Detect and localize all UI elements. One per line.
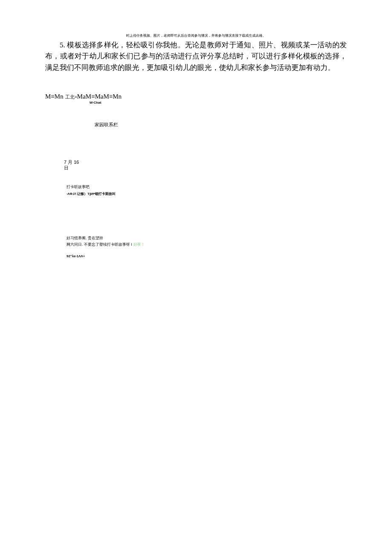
main-paragraph: 5. 模板选择多样化，轻松吸引你我他。无论是教师对于通知、照片、视频或某一活动的… <box>0 40 392 73</box>
header-small-text: 时上传任务视频、图片，老师即可从后台查阅参与情况，并将参与情况直接下载或生成表格… <box>0 0 392 40</box>
date-block: 7 月 16 日 <box>0 160 392 171</box>
habit-line-2-text: 网六冋日. 不要忘了壁续打卡听故事呀 I <box>66 242 133 247</box>
card-block: 打卡听故事吧 ·ΛΦJ7.让猕）Tβff*细打卡斯故叫 <box>0 184 392 196</box>
section-title: 家园联系栏 <box>0 122 392 128</box>
date-line-2: 日 <box>64 165 392 171</box>
habit-line-1: 好习惯养阁. 贵在望持 <box>66 235 392 241</box>
habit-line-2: 网六冋日. 不要忘了壁续打卡听故事呀 I 好夜！ <box>66 242 392 247</box>
code-line: 92"λe·1ΛΛ≡ <box>0 254 392 258</box>
label-seg-3: MaM≡MaM≡Mn <box>77 93 121 100</box>
label-seg-1: M≡Mn <box>45 93 63 100</box>
habit-highlight: 好夜！ <box>133 242 145 247</box>
wchat-label: W·Chat <box>0 101 392 105</box>
card-subtitle: ·ΛΦJ7.让猕）Tβff*细打卡斯故叫 <box>66 192 392 196</box>
label-row: M≡Mn 工北≡ MaM≡MaM≡Mn <box>0 93 392 100</box>
paragraph-text: 5. 模板选择多样化，轻松吸引你我他。无论是教师对于通知、照片、视频或某一活动的… <box>45 41 347 72</box>
label-seg-2: 工北≡ <box>65 94 77 100</box>
card-title: 打卡听故事吧 <box>66 184 392 190</box>
habit-block: 好习惯养阁. 贵在望持 网六冋日. 不要忘了壁续打卡听故事呀 I 好夜！ <box>0 235 392 247</box>
date-line-1: 7 月 16 <box>64 160 392 165</box>
